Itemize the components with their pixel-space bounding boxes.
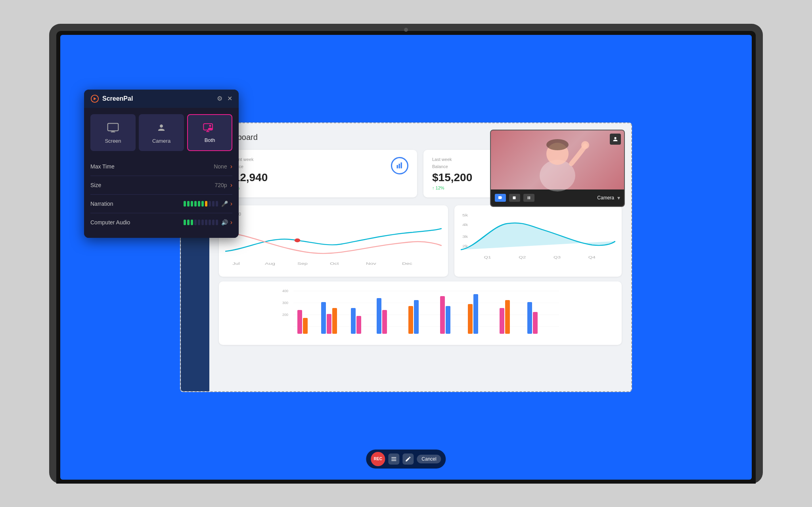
ca-bar-10	[216, 220, 218, 225]
both-mode-icon	[203, 121, 216, 133]
bar-9	[212, 201, 214, 207]
bar-4	[194, 201, 197, 207]
recorder-toolbar: REC Cancel	[366, 450, 446, 469]
card-icon-1	[391, 157, 408, 174]
svg-text:2k: 2k	[462, 244, 468, 248]
toolbar-list-btn[interactable]	[388, 453, 399, 465]
svg-text:Sep: Sep	[297, 261, 308, 266]
computer-audio-bars	[184, 220, 218, 225]
svg-rect-29	[327, 314, 331, 334]
max-time-arrow: ›	[230, 163, 232, 170]
recorder-title: ScreenPal	[102, 95, 133, 102]
cam-btn-2[interactable]	[509, 194, 520, 202]
speaker-icon: 🔊	[221, 219, 228, 226]
setting-max-time[interactable]: Max Time None ›	[90, 157, 232, 176]
svg-rect-0	[397, 165, 398, 168]
ca-bar-5	[198, 220, 200, 225]
rec-label: REC	[374, 457, 382, 461]
screenpal-logo-icon	[90, 94, 99, 103]
svg-rect-44	[533, 312, 538, 334]
ca-bar-6	[201, 220, 204, 225]
mode-camera-label: Camera	[152, 138, 170, 144]
camera-mode-icon	[155, 121, 168, 134]
camera-dropdown-icon[interactable]: ▾	[617, 195, 620, 201]
svg-rect-38	[446, 306, 450, 334]
cancel-button[interactable]: Cancel	[417, 455, 441, 463]
svg-text:Aug: Aug	[265, 261, 275, 266]
svg-rect-31	[351, 308, 356, 334]
svg-text:Dec: Dec	[402, 261, 412, 266]
laptop-body: Dashboard Current week Balance $12,940 ↑…	[49, 24, 763, 484]
close-icon[interactable]: ✕	[227, 95, 232, 102]
card-change-2: ↑ 12%	[432, 186, 472, 190]
mode-screen-label: Screen	[105, 138, 121, 144]
setting-narration[interactable]: Narration 🎤	[90, 195, 232, 213]
bar-chart-card: 400 300 200	[219, 281, 622, 345]
svg-point-4	[295, 238, 301, 242]
size-arrow: ›	[230, 182, 232, 189]
mode-both-btn[interactable]: Both	[187, 114, 232, 151]
cam-btn-3[interactable]	[523, 194, 534, 202]
narration-arrow: ›	[230, 200, 232, 207]
svg-rect-30	[332, 308, 337, 334]
svg-text:Q2: Q2	[519, 255, 526, 259]
svg-text:200: 200	[282, 313, 288, 317]
mic-icon: 🎤	[221, 201, 228, 207]
svg-rect-2	[401, 162, 402, 168]
svg-point-48	[581, 141, 589, 149]
svg-text:Jul: Jul	[232, 261, 240, 266]
toolbar-draw-btn[interactable]	[402, 453, 414, 465]
webcam	[404, 28, 408, 32]
camera-preview: Camera ▾	[490, 130, 625, 207]
recorder-header: ScreenPal ⚙ ✕	[84, 90, 239, 108]
card-value-2: $15,200	[432, 171, 472, 184]
svg-rect-40	[473, 294, 478, 334]
cam-btn-1[interactable]	[495, 194, 506, 202]
mode-screen-btn[interactable]: Screen	[90, 114, 136, 151]
computer-audio-arrow: ›	[230, 219, 232, 226]
bar-5	[198, 201, 200, 207]
svg-text:Q4: Q4	[588, 255, 596, 259]
screen-mode-icon	[107, 121, 119, 134]
bar-2	[187, 201, 190, 207]
ca-bar-4	[194, 220, 197, 225]
svg-text:Q1: Q1	[484, 255, 491, 259]
max-time-value: None	[214, 163, 227, 170]
svg-text:Q3: Q3	[553, 255, 561, 259]
svg-text:400: 400	[282, 289, 288, 293]
size-label: Size	[90, 182, 215, 188]
area-chart-svg: 5k 4k 3k 2k Q1 Q2 Q3 Q4	[461, 212, 615, 259]
svg-rect-28	[321, 302, 326, 334]
bar-3	[191, 201, 193, 207]
recorder-logo: ScreenPal	[90, 94, 133, 103]
mode-both-label: Both	[205, 137, 215, 143]
settings-icon[interactable]: ⚙	[217, 95, 222, 102]
recorder-header-actions: ⚙ ✕	[217, 95, 232, 102]
svg-rect-37	[440, 296, 445, 334]
bar-8	[209, 201, 211, 207]
dashboard-window: Dashboard Current week Balance $12,940 ↑…	[180, 122, 632, 392]
svg-text:5k: 5k	[462, 213, 468, 217]
svg-rect-35	[408, 306, 413, 334]
svg-text:3k: 3k	[462, 235, 468, 238]
line-chart-card: $326,00 Jul Aug Se	[219, 205, 448, 277]
svg-rect-41	[500, 308, 504, 334]
mode-camera-btn[interactable]: Camera	[139, 114, 184, 151]
svg-text:300: 300	[282, 301, 288, 305]
rec-button[interactable]: REC	[371, 452, 385, 466]
svg-text:Oct: Oct	[330, 261, 339, 266]
setting-size[interactable]: Size 720p ›	[90, 176, 232, 195]
list-icon	[391, 456, 397, 462]
narration-audio-bars	[184, 201, 218, 207]
camera-label[interactable]: Camera	[597, 195, 614, 201]
balance-label-2: Balance	[432, 164, 472, 169]
svg-rect-42	[505, 300, 510, 334]
svg-rect-33	[377, 298, 381, 334]
svg-rect-26	[297, 310, 302, 334]
setting-computer-audio[interactable]: Computer Audio	[90, 213, 232, 231]
ca-bar-3	[191, 220, 193, 225]
ca-bar-2	[187, 220, 190, 225]
bar-10	[216, 201, 218, 207]
recorder-window: ScreenPal ⚙ ✕ Screen	[84, 90, 239, 238]
bar-chart-svg: 400 300 200	[224, 286, 617, 342]
